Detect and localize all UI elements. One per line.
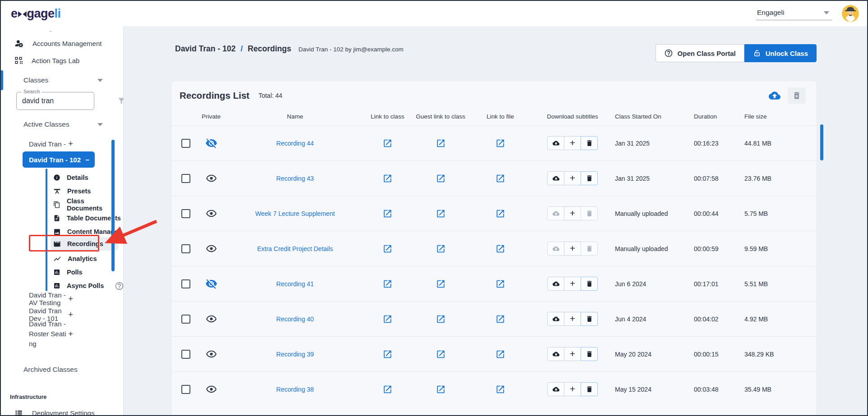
sidebar-item-content-manager[interactable]: Content Manager [53, 225, 121, 238]
recording-name-link[interactable]: Recording 43 [276, 175, 314, 182]
expand-icon[interactable]: + [68, 329, 73, 339]
download-subtitles-button[interactable] [547, 347, 564, 361]
recording-name-link[interactable]: Recording 40 [276, 315, 314, 323]
visibility-toggle[interactable] [206, 208, 217, 219]
sidebar-item-accounts-management[interactable]: Accounts Management [1, 35, 109, 51]
add-subtitles-button[interactable]: + [564, 206, 581, 220]
sidebar-item-analytics[interactable]: Analytics [53, 252, 121, 265]
guest-link-to-class-icon[interactable] [436, 209, 446, 219]
add-subtitles-button[interactable]: + [564, 312, 581, 326]
add-subtitles-button[interactable]: + [564, 382, 581, 396]
add-subtitles-button[interactable]: + [564, 171, 581, 185]
open-class-portal-button[interactable]: Open Class Portal [656, 44, 744, 62]
guest-link-to-class-icon[interactable] [436, 349, 446, 359]
add-subtitles-button[interactable]: + [564, 136, 581, 150]
sidebar-section-archived-classes[interactable]: Archived Classes [1, 361, 103, 379]
visibility-toggle[interactable] [205, 278, 217, 290]
download-subtitles-button[interactable] [547, 136, 564, 150]
row-checkbox[interactable] [181, 350, 190, 359]
link-to-file-icon[interactable] [495, 384, 505, 394]
sidebar-item-details[interactable]: Details [53, 171, 121, 184]
class-item-av-testing[interactable]: David Tran - AV Testing + [1, 292, 73, 306]
expand-icon[interactable]: + [68, 310, 73, 320]
download-subtitles-button[interactable] [547, 242, 564, 256]
recording-name-link[interactable]: Recording 41 [276, 280, 314, 288]
visibility-toggle[interactable] [206, 384, 217, 395]
sidebar-item-polls[interactable]: Polls [53, 265, 121, 279]
delete-subtitles-button[interactable] [581, 347, 598, 361]
class-item-david-tran[interactable]: David Tran - + [1, 137, 73, 151]
delete-subtitles-button[interactable] [581, 136, 598, 150]
table-scrollbar[interactable] [820, 124, 823, 160]
guest-link-to-class-icon[interactable] [436, 244, 446, 254]
add-subtitles-button[interactable]: + [564, 277, 581, 291]
link-to-class-icon[interactable] [383, 209, 392, 219]
visibility-toggle[interactable] [205, 137, 217, 149]
delete-selected-button[interactable] [788, 87, 806, 104]
download-subtitles-button[interactable] [547, 312, 564, 326]
guest-link-to-class-icon[interactable] [436, 314, 446, 324]
add-subtitles-button[interactable]: + [564, 242, 581, 256]
delete-subtitles-button[interactable] [581, 206, 598, 220]
breadcrumb-class[interactable]: David Tran - 102 [175, 44, 235, 54]
sidebar-item-recordings[interactable]: Recordings [51, 237, 118, 251]
row-checkbox[interactable] [181, 279, 190, 288]
link-to-class-icon[interactable] [383, 174, 392, 183]
guest-link-to-class-icon[interactable] [436, 138, 446, 148]
download-subtitles-button[interactable] [547, 171, 564, 185]
expand-icon[interactable]: + [68, 139, 73, 149]
row-checkbox[interactable] [181, 209, 190, 218]
download-subtitles-button[interactable] [547, 206, 564, 220]
upload-recording-button[interactable] [767, 90, 782, 101]
visibility-toggle[interactable] [206, 173, 217, 184]
guest-link-to-class-icon[interactable] [436, 279, 446, 289]
recording-name-link[interactable]: Week 7 Lecture Supplement [255, 210, 335, 217]
delete-subtitles-button[interactable] [581, 382, 598, 396]
guest-link-to-class-icon[interactable] [436, 174, 446, 183]
link-to-class-icon[interactable] [383, 244, 392, 254]
download-subtitles-button[interactable] [547, 277, 564, 291]
visibility-toggle[interactable] [206, 313, 217, 325]
class-item-david-tran-102-selected[interactable]: David Tran - 102 − [23, 151, 95, 168]
link-to-file-icon[interactable] [495, 279, 505, 289]
recording-name-link[interactable]: Recording 38 [276, 386, 314, 393]
row-checkbox[interactable] [181, 244, 190, 253]
row-checkbox[interactable] [181, 385, 190, 394]
collapse-icon[interactable]: − [85, 156, 89, 164]
user-avatar[interactable] [842, 5, 859, 22]
link-to-file-icon[interactable] [495, 244, 505, 254]
row-checkbox[interactable] [181, 174, 190, 183]
row-checkbox[interactable] [181, 139, 190, 148]
link-to-file-icon[interactable] [495, 349, 505, 359]
sidebar-section-classes[interactable]: Classes [1, 71, 103, 89]
link-to-file-icon[interactable] [495, 174, 505, 183]
visibility-toggle[interactable] [206, 348, 217, 360]
sidebar-item-deployment-settings[interactable]: Deployment Settings [1, 405, 109, 416]
sidebar-item-presets[interactable]: Presets [53, 184, 121, 198]
sidebar-scrollbar[interactable] [111, 140, 115, 271]
row-checkbox[interactable] [181, 315, 190, 324]
delete-subtitles-button[interactable] [581, 242, 598, 256]
link-to-class-icon[interactable] [383, 314, 392, 324]
sidebar-item-action-tags-lab[interactable]: Action Tags Lab [1, 52, 109, 69]
sidebar-item-class-documents[interactable]: Class Documents [53, 198, 121, 211]
recording-name-link[interactable]: Extra Credit Project Details [257, 245, 333, 252]
delete-subtitles-button[interactable] [581, 171, 598, 185]
search-input[interactable] [17, 97, 117, 105]
help-icon[interactable] [115, 281, 124, 291]
link-to-class-icon[interactable] [383, 384, 392, 394]
add-subtitles-button[interactable]: + [564, 347, 581, 361]
organization-select[interactable]: Engageli [756, 7, 832, 20]
download-subtitles-button[interactable] [547, 382, 564, 396]
delete-subtitles-button[interactable] [581, 277, 598, 291]
link-to-class-icon[interactable] [383, 138, 392, 148]
expand-icon[interactable]: + [68, 294, 73, 304]
link-to-class-icon[interactable] [383, 279, 392, 289]
sidebar-item-table-documents[interactable]: Table Documents [53, 211, 121, 225]
link-to-file-icon[interactable] [495, 314, 505, 324]
visibility-toggle[interactable] [206, 243, 217, 254]
recording-name-link[interactable]: Recording 39 [276, 351, 314, 358]
recording-name-link[interactable]: Recording 44 [276, 140, 314, 147]
link-to-file-icon[interactable] [495, 209, 505, 219]
link-to-file-icon[interactable] [495, 138, 505, 148]
